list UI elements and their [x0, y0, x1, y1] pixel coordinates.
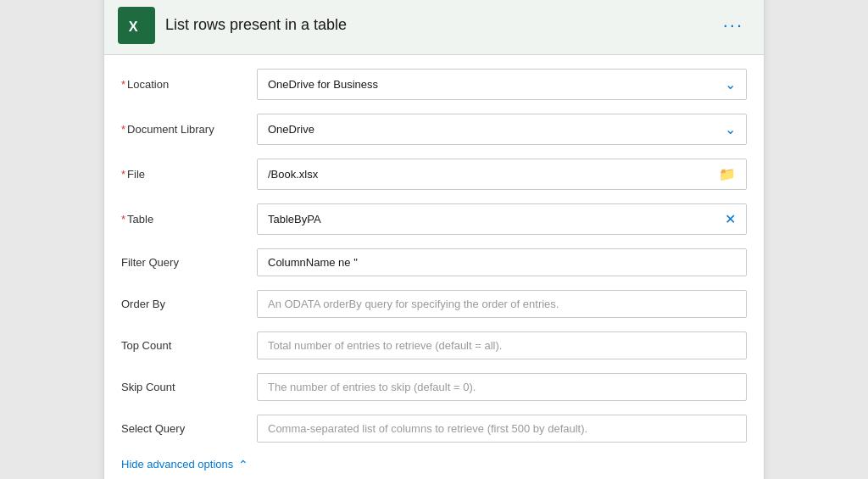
card-header: X List rows present in a table ··· — [104, 0, 764, 55]
order-by-input[interactable]: An ODATA orderBy query for specifying th… — [257, 290, 747, 318]
select-query-row: Select Query Comma-separated list of col… — [121, 408, 747, 449]
document-library-value: OneDrive — [268, 123, 314, 136]
location-dropdown-arrow: ⌄ — [725, 76, 736, 92]
table-control: TableByPA ✕ — [257, 203, 747, 235]
file-input[interactable]: /Book.xlsx 📁 — [257, 159, 747, 190]
select-query-label: Select Query — [121, 422, 257, 435]
file-label: *File — [121, 168, 257, 181]
skip-count-row: Skip Count The number of entries to skip… — [121, 366, 747, 408]
select-query-placeholder: Comma-separated list of columns to retri… — [268, 422, 587, 435]
location-dropdown[interactable]: OneDrive for Business ⌄ — [257, 69, 747, 100]
select-query-input[interactable]: Comma-separated list of columns to retri… — [257, 415, 747, 443]
top-count-input[interactable]: Total number of entries to retrieve (def… — [257, 331, 747, 359]
table-label: *Table — [121, 213, 257, 226]
order-by-label: Order By — [121, 298, 257, 310]
hide-advanced-button[interactable]: Hide advanced options — [121, 458, 233, 471]
top-count-control: Total number of entries to retrieve (def… — [257, 331, 747, 359]
location-label: *Location — [121, 78, 257, 91]
chevron-up-icon: ⌃ — [238, 458, 248, 471]
filter-query-row: Filter Query ColumnName ne " — [121, 242, 747, 283]
skip-count-control: The number of entries to skip (default =… — [257, 373, 747, 401]
action-card: X List rows present in a table ··· *Loca… — [103, 0, 765, 479]
document-library-row: *Document Library OneDrive ⌄ — [121, 107, 747, 152]
hide-advanced-section: Hide advanced options ⌃ — [121, 449, 747, 475]
filter-query-control: ColumnName ne " — [257, 248, 747, 276]
top-count-row: Top Count Total number of entries to ret… — [121, 325, 747, 366]
skip-count-label: Skip Count — [121, 381, 257, 393]
header-left: X List rows present in a table — [118, 7, 347, 44]
top-count-placeholder: Total number of entries to retrieve (def… — [268, 339, 502, 352]
file-value: /Book.xlsx — [268, 168, 318, 181]
flow-container: X List rows present in a table ··· *Loca… — [103, 0, 765, 479]
table-value: TableByPA — [268, 213, 321, 226]
file-row: *File /Book.xlsx 📁 — [121, 152, 747, 197]
excel-icon: X — [118, 7, 155, 44]
table-input[interactable]: TableByPA ✕ — [257, 203, 747, 235]
skip-count-placeholder: The number of entries to skip (default =… — [268, 381, 476, 393]
order-by-placeholder: An ODATA orderBy query for specifying th… — [268, 298, 559, 310]
skip-count-input[interactable]: The number of entries to skip (default =… — [257, 373, 747, 401]
location-row: *Location OneDrive for Business ⌄ — [121, 62, 747, 107]
location-value: OneDrive for Business — [268, 78, 378, 91]
filter-query-input[interactable]: ColumnName ne " — [257, 248, 747, 276]
card-body: *Location OneDrive for Business ⌄ *Docum… — [104, 55, 764, 480]
table-clear-icon[interactable]: ✕ — [725, 211, 736, 227]
file-browse-icon[interactable]: 📁 — [719, 166, 736, 182]
top-count-label: Top Count — [121, 339, 257, 352]
file-control: /Book.xlsx 📁 — [257, 159, 747, 190]
table-row: *Table TableByPA ✕ — [121, 197, 747, 242]
document-library-label: *Document Library — [121, 123, 257, 136]
filter-query-value: ColumnName ne " — [268, 256, 358, 269]
document-library-dropdown-arrow: ⌄ — [725, 121, 736, 137]
select-query-control: Comma-separated list of columns to retri… — [257, 415, 747, 443]
svg-text:X: X — [129, 19, 138, 34]
location-control: OneDrive for Business ⌄ — [257, 69, 747, 100]
order-by-control: An ODATA orderBy query for specifying th… — [257, 290, 747, 318]
filter-query-label: Filter Query — [121, 256, 257, 269]
card-title: List rows present in a table — [165, 16, 347, 34]
more-options-button[interactable]: ··· — [716, 13, 750, 38]
document-library-dropdown[interactable]: OneDrive ⌄ — [257, 114, 747, 145]
document-library-control: OneDrive ⌄ — [257, 114, 747, 145]
order-by-row: Order By An ODATA orderBy query for spec… — [121, 283, 747, 325]
